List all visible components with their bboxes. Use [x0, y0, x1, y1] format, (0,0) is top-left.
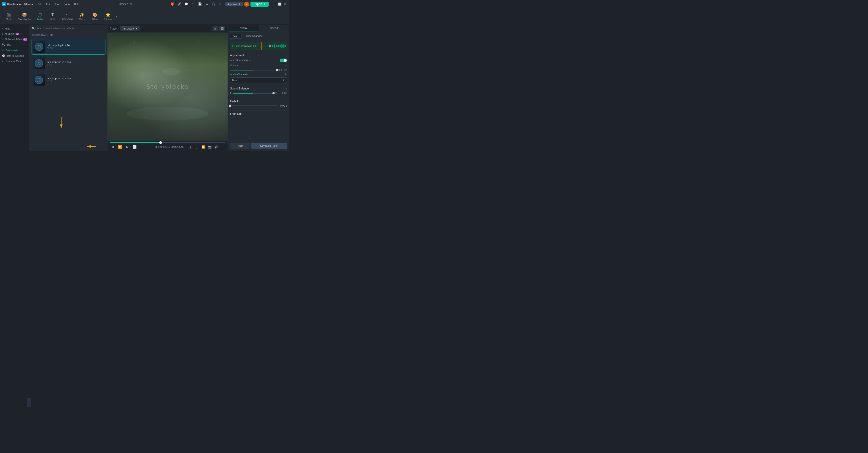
ai-sound-icon: ♪ — [2, 38, 3, 41]
audio-clip-name: rain dropping in a fl... — [236, 45, 268, 48]
volume-fill — [230, 70, 253, 70]
play-button[interactable]: ▶ — [124, 144, 130, 150]
project-name: Untitled — [119, 2, 128, 6]
sidebar-item-mine[interactable]: ▶ Mine — [0, 26, 30, 31]
effects-label: Effects — [79, 18, 85, 21]
sound-thumb-2: 🎵 — [33, 57, 45, 69]
fade-in-section: Fade In 0.00 s — [228, 98, 289, 111]
export-button[interactable]: Export ▼ — [250, 2, 269, 7]
svg-line-4 — [198, 34, 199, 43]
downloads-label: Downloads — [5, 49, 18, 52]
transitions-icon: ↔ — [65, 12, 69, 17]
sound-name-2: rain dropping in a floo... — [46, 61, 104, 63]
sub-tab-basic[interactable]: Basic — [230, 34, 242, 39]
menu-edit[interactable]: Edit — [44, 2, 52, 6]
auto-normalization-toggle[interactable] — [280, 59, 287, 62]
volume-keyframe-icon[interactable]: ◇ — [284, 64, 287, 67]
image-view-button[interactable]: 🖼 — [219, 26, 225, 31]
menu-view[interactable]: View — [63, 2, 72, 6]
grid-view-button[interactable]: ⊞ — [213, 26, 218, 31]
tab-audio[interactable]: Audio — [228, 25, 259, 32]
volume-button[interactable]: 🔊 — [213, 144, 219, 150]
content-panel: 🔍 ··· DOWNLOADS 3 🎵 rain dropping in a f… — [30, 25, 107, 151]
sidebar-item-tool[interactable]: 🔧 Tool — [0, 42, 30, 48]
filters-label: Filters — [92, 18, 98, 21]
close-button[interactable]: ✕ — [283, 2, 287, 6]
right-panel-actions: Reset Keyframe Panel — [228, 141, 289, 151]
adjustment-keyframe-icon[interactable]: ◇ — [284, 54, 287, 57]
minimize-button[interactable]: ─ — [272, 2, 277, 6]
headphone-icon[interactable]: 🎧 — [211, 1, 216, 7]
mark-in-button[interactable]: { — [188, 144, 193, 150]
settings-icon[interactable]: ⚙ — [218, 1, 223, 7]
toolbar-more-button[interactable]: › — [115, 13, 118, 20]
stock-media-label: Stock Media — [18, 18, 31, 21]
sound-name-1: rain dropping in a floo... — [47, 44, 104, 47]
player-area: Player Full Quality ▼ ⊞ 🖼 — [107, 25, 227, 151]
sound-duration-3: 00:05 — [46, 80, 104, 83]
sidebar-item-universal-music[interactable]: ▶ Universal Musi... — [0, 59, 30, 64]
progress-track[interactable] — [110, 142, 225, 143]
sound-balance-keyframe-icon[interactable]: ◇ — [284, 87, 287, 90]
fullscreen-button[interactable]: ⬜ — [132, 144, 137, 150]
search-more-icon[interactable]: ··· — [103, 27, 105, 30]
sidebar-item-downloads[interactable]: ⬇ Downloads — [0, 48, 30, 53]
sound-balance-slider[interactable] — [233, 93, 274, 94]
tool-effects[interactable]: ✨ Effects — [76, 11, 88, 22]
mark-out-button[interactable]: } — [194, 144, 200, 150]
audio-channels-select[interactable]: None ▼ — [230, 77, 287, 83]
tool-filters[interactable]: 🎨 Filters — [89, 11, 101, 22]
sound-thumb-3: 🎵 — [33, 74, 45, 86]
left-sidebar: ▶ Mine ♪ AI Music AI ? ♪ AI Sound Effect… — [0, 25, 30, 151]
downloads-icon: ⬇ — [2, 49, 4, 52]
cloud-icon[interactable]: ☁ — [204, 1, 210, 7]
ai-sound-label: AI Sound Effect — [5, 38, 22, 41]
zoom-button[interactable]: ↔ — [220, 144, 225, 150]
purchase-button[interactable]: Adjustment — [225, 2, 243, 6]
ai-music-badge: AI — [16, 33, 19, 35]
volume-slider[interactable] — [230, 70, 277, 70]
quality-select[interactable]: Full Quality ▼ — [120, 26, 140, 31]
adjustment-header: Adjustment ◇ — [230, 54, 287, 57]
sound-item-1[interactable]: 🎵 rain dropping in a floo... 00:05 — [32, 39, 105, 55]
fade-in-slider[interactable] — [230, 105, 277, 106]
snapshot-button[interactable]: 📷 — [207, 144, 213, 150]
user-avatar[interactable]: C — [244, 2, 249, 7]
maximize-button[interactable]: ⬜ — [277, 2, 282, 6]
tool-stickers[interactable]: ⭐ Stickers — [102, 11, 115, 22]
sound-item-3[interactable]: 🎵 rain dropping in a floo... 00:05 — [32, 72, 105, 88]
tool-audio[interactable]: 🎵 Audio — [33, 11, 46, 22]
sound-list: 🎵 rain dropping in a floo... 00:05 🎵 — [30, 38, 107, 151]
message-icon[interactable]: 💬 — [183, 1, 189, 7]
ai-sound-badge: AI — [23, 38, 27, 41]
save-icon[interactable]: 💾 — [197, 1, 203, 7]
rewind-button[interactable]: ⏮ — [110, 144, 115, 150]
menu-file[interactable]: File — [36, 2, 44, 6]
search-input[interactable] — [36, 27, 101, 30]
insert-button[interactable]: ⏩ — [200, 144, 206, 150]
title-area: Untitled ⊙ — [83, 2, 168, 6]
layout-icon[interactable]: ⊞ — [190, 1, 196, 7]
keyframe-panel-button[interactable]: Keyframe Panel — [251, 143, 287, 149]
tool-media[interactable]: 🎬 Media — [3, 11, 15, 22]
stickers-label: Stickers — [104, 18, 112, 21]
extra-controls: { } ⏩ 📷 🔊 ↔ — [188, 144, 225, 150]
sub-tab-voice-changer[interactable]: Voice Changer — [243, 34, 265, 39]
sidebar-item-ai-music[interactable]: ♪ AI Music AI ? — [0, 31, 30, 37]
tab-speed[interactable]: Speed — [259, 25, 289, 32]
menu-tools[interactable]: Tools — [53, 2, 62, 6]
sidebar-item-ai-sound[interactable]: ♪ AI Sound Effect AI — [0, 37, 30, 42]
tool-titles[interactable]: T Titles — [46, 11, 59, 22]
music-note-icon-2: 🎵 — [37, 61, 41, 66]
fade-out-header: Fade Out — [230, 112, 287, 116]
sidebar-item-tts[interactable]: 💬 Text To Speech — [0, 53, 30, 59]
tool-stock-media[interactable]: 📦 Stock Media — [16, 11, 33, 22]
rocket-icon[interactable]: 🚀 — [177, 1, 182, 7]
gift-icon[interactable]: 🎁 — [170, 1, 175, 7]
reset-button[interactable]: Reset — [230, 143, 250, 149]
sound-item-2[interactable]: 🎵 rain dropping in a floo... 00:05 — [32, 56, 105, 71]
step-back-button[interactable]: ⏪ — [117, 144, 123, 150]
tool-transitions[interactable]: ↔ Transitions — [59, 11, 75, 22]
menu-help[interactable]: Help — [72, 2, 81, 6]
player-view-buttons: ⊞ 🖼 — [213, 26, 225, 31]
